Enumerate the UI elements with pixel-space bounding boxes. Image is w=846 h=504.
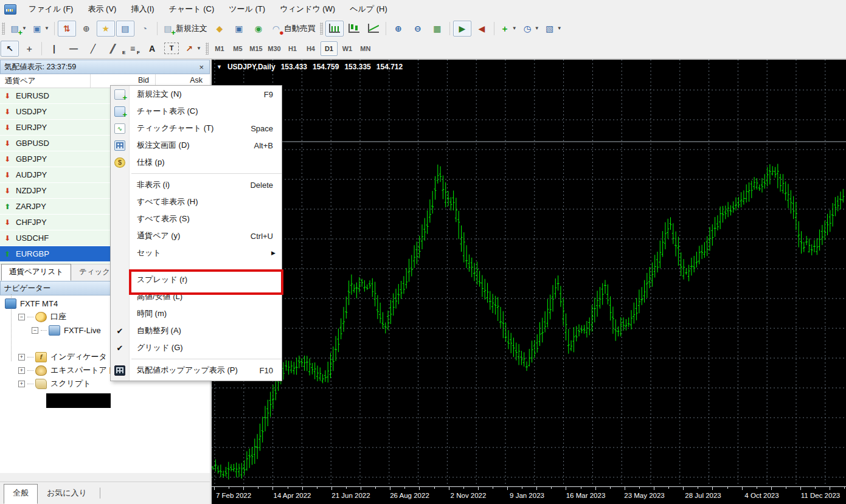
- dropdown-caret-icon[interactable]: ▼: [22, 26, 27, 31]
- zoom-in-button[interactable]: ⊕: [389, 21, 407, 36]
- tile-windows-button[interactable]: ▦: [428, 21, 446, 36]
- auto-scroll-button[interactable]: ▶: [453, 21, 471, 36]
- dropdown-caret-icon[interactable]: ▼: [535, 26, 539, 31]
- candlestick-chart-button[interactable]: [345, 21, 363, 36]
- timeframe-button-m5[interactable]: M5: [229, 41, 246, 56]
- depth-of-market-icon: [114, 140, 125, 151]
- menu-item-6[interactable]: ヘルプ (H): [342, 1, 395, 18]
- crosshair-button[interactable]: ＋: [20, 41, 38, 57]
- chart-window[interactable]: ▼ USDJPY,Daily 153.433 154.759 153.335 1…: [212, 60, 846, 504]
- context-menu-item-通貨ペアy[interactable]: 通貨ペア (y)Ctrl+U: [111, 227, 282, 244]
- price-chart[interactable]: [212, 60, 846, 486]
- context-menu-item-自動整列A[interactable]: ✔自動整列 (A): [111, 322, 282, 339]
- expand-icon[interactable]: +: [18, 354, 25, 361]
- timeframe-button-h4[interactable]: H4: [302, 41, 319, 56]
- toolbar-drag-handle[interactable]: [2, 22, 5, 35]
- trendline-button[interactable]: ╱: [84, 41, 102, 57]
- cursor-button[interactable]: ↖: [1, 41, 19, 57]
- fibonacci-button[interactable]: ≡F: [123, 41, 142, 57]
- menu-item-3[interactable]: チャート (C): [162, 1, 222, 18]
- column-header-symbol[interactable]: 通貨ペア: [0, 74, 91, 88]
- close-icon[interactable]: ×: [197, 63, 206, 72]
- text-label-button[interactable]: T: [162, 41, 181, 57]
- bar-chart-button[interactable]: [325, 21, 344, 36]
- new-chart-button[interactable]: ▤+▼: [7, 21, 29, 36]
- scripts-folder-icon: [35, 379, 47, 389]
- timeframe-button-d1[interactable]: D1: [321, 41, 338, 56]
- templates-button[interactable]: ▧▼: [543, 21, 564, 36]
- dropdown-caret-icon[interactable]: ▼: [44, 26, 49, 31]
- market-watch-button[interactable]: ⇅: [58, 21, 76, 36]
- timeframe-button-m15[interactable]: M15: [248, 41, 265, 56]
- menu-item-4[interactable]: ツール (T): [221, 1, 272, 18]
- symbol-label: ⬇USDCHF: [0, 233, 84, 243]
- context-menu-item-セット[interactable]: セット▶: [111, 244, 282, 261]
- menu-item-5[interactable]: ウィンドウ (W): [272, 1, 342, 18]
- indicators-button[interactable]: ＋▼: [498, 21, 519, 36]
- time-axis-tick: [727, 487, 728, 489]
- profiles-button[interactable]: ▣▼: [30, 21, 51, 36]
- context-menu-item-グリッドG[interactable]: ✔グリッド (G): [111, 339, 282, 356]
- toolbar-drag-handle[interactable]: [206, 43, 209, 55]
- menu-item-0[interactable]: ファイル (F): [21, 1, 80, 18]
- vertical-line-button[interactable]: |: [45, 41, 63, 57]
- toolbar-drag-handle[interactable]: [320, 22, 323, 35]
- signal-icon: ◉: [253, 23, 264, 33]
- text-button[interactable]: A: [143, 41, 161, 57]
- collapse-icon[interactable]: −: [18, 314, 25, 320]
- context-menu-item-時間m[interactable]: 時間 (m): [111, 305, 282, 322]
- metaeditor-button[interactable]: ◆: [210, 21, 229, 36]
- time-axis-tick: [551, 487, 552, 489]
- chart-collapse-icon[interactable]: ▼: [217, 64, 222, 70]
- timeframe-button-h1[interactable]: H1: [284, 41, 301, 56]
- new-order-button[interactable]: ▤+新規注文: [161, 21, 209, 36]
- zoom-out-button[interactable]: ⊖: [409, 21, 427, 36]
- context-menu-item-仕様p[interactable]: $仕様 (p): [111, 154, 282, 171]
- tab-strip-divider[interactable]: [100, 488, 100, 499]
- context-menu-item-すべて表示S[interactable]: すべて表示 (S): [111, 210, 282, 227]
- periods-button[interactable]: ◷▼: [520, 21, 541, 36]
- signal-button[interactable]: ◉: [249, 21, 268, 36]
- dropdown-caret-icon[interactable]: ▼: [557, 26, 562, 31]
- timeframe-button-m1[interactable]: M1: [211, 41, 228, 56]
- menu-item-1[interactable]: 表示 (V): [80, 1, 123, 18]
- terminal-button[interactable]: ▤: [116, 21, 134, 36]
- symbol-label: ⬆ZARJPY: [0, 202, 84, 211]
- line-chart-button[interactable]: [364, 21, 383, 36]
- timeframe-button-w1[interactable]: W1: [339, 41, 356, 56]
- metaquotes-button[interactable]: ▣: [230, 21, 248, 36]
- terminal-icon: ▤: [120, 23, 131, 33]
- data-window-button[interactable]: ⊕: [77, 21, 95, 36]
- tick-chart-icon: ∿: [114, 123, 125, 134]
- context-menu-item-非表示i[interactable]: 非表示 (i)Delete: [111, 176, 282, 193]
- tab-全般[interactable]: 全般: [4, 484, 38, 504]
- timeframe-button-mn[interactable]: MN: [357, 41, 374, 56]
- channel-button[interactable]: ╱╱E: [103, 41, 122, 57]
- context-menu-item-すべて非表示H[interactable]: すべて非表示 (H): [111, 193, 282, 210]
- tab-通貨ペアリスト[interactable]: 通貨ペアリスト: [1, 264, 71, 281]
- auto-trading-button[interactable]: ◠●自動売買: [269, 21, 317, 36]
- dropdown-caret-icon[interactable]: ▼: [512, 26, 517, 31]
- tab-お気に入り[interactable]: お気に入り: [38, 484, 96, 504]
- horizontal-line-button[interactable]: —: [64, 41, 83, 57]
- navigator-button[interactable]: ★: [97, 21, 115, 36]
- context-menu-item-板注文画面D[interactable]: 板注文画面 (D)Alt+B: [111, 137, 282, 154]
- dropdown-caret-icon[interactable]: ▼: [196, 46, 201, 51]
- timeframe-button-m30[interactable]: M30: [266, 41, 283, 56]
- strategy-tester-button[interactable]: ◔: [136, 21, 154, 36]
- expand-icon[interactable]: +: [18, 381, 25, 387]
- collapse-icon[interactable]: −: [32, 327, 38, 334]
- down-arrow-icon: ⬇: [4, 139, 10, 148]
- market-watch-title: 気配値表示: 23:37:59: [4, 62, 76, 72]
- arrows-button[interactable]: ↗▼: [182, 41, 203, 57]
- chart-shift-button[interactable]: ◀: [473, 21, 491, 36]
- chart-time-axis[interactable]: 7 Feb 202214 Apr 202221 Jun 202226 Aug 2…: [212, 486, 846, 504]
- context-menu-item-気配値ポップアップ表示P[interactable]: 気配値ポップアップ表示 (P)F10: [111, 362, 282, 379]
- context-menu-item-新規注文N[interactable]: 新規注文 (N)F9: [111, 86, 282, 103]
- context-menu-item-ティックチャートT[interactable]: ∿ティックチャート (T)Space: [111, 120, 282, 137]
- context-menu-item-チャート表示C[interactable]: チャート表示 (C): [111, 103, 282, 120]
- expand-icon[interactable]: +: [18, 367, 25, 374]
- time-axis-label: 7 Feb 2022: [216, 492, 251, 499]
- cursor-icon: ↖: [4, 43, 15, 54]
- menu-item-2[interactable]: 挿入(I): [123, 1, 161, 18]
